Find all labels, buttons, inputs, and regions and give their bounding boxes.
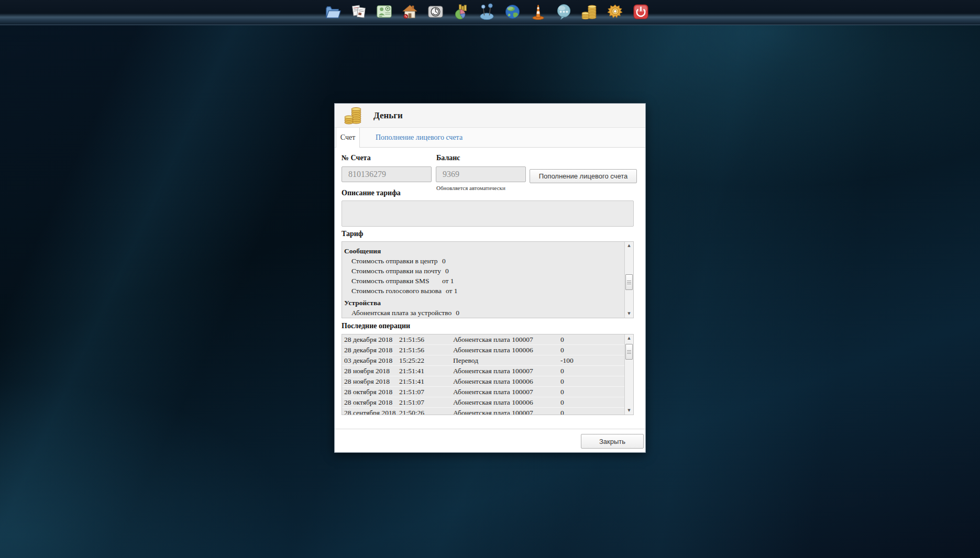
tariff-label: Тариф bbox=[342, 230, 364, 238]
messenger-bubble-icon[interactable] bbox=[555, 3, 573, 21]
operation-date: 28 октября 2018 bbox=[344, 397, 399, 407]
operation-description: Абонентская плата 100007 bbox=[453, 366, 560, 376]
contacts-icon[interactable] bbox=[375, 3, 393, 21]
tariff-row-label: Сообщения bbox=[344, 246, 435, 256]
operation-date: 28 ноября 2018 bbox=[344, 366, 399, 376]
operations-scrollbar-thumb[interactable] bbox=[625, 344, 633, 360]
tariff-scrollbar[interactable]: ▲ ▼ bbox=[624, 242, 633, 318]
tariff-row-label: Стоимость отправки SMS bbox=[351, 276, 442, 286]
money-dialog: Деньги Счет Пополнение лицевого счета № … bbox=[334, 103, 646, 453]
file-manager-icon[interactable] bbox=[324, 3, 342, 21]
tariff-rows: Сообщения Стоимость отправки в центр 0 С… bbox=[344, 246, 623, 318]
tariff-row-value: 0 bbox=[445, 266, 449, 276]
tab-bar: Счет Пополнение лицевого счета bbox=[335, 128, 645, 148]
operation-row[interactable]: 28 ноября 2018 21:51:41 Абонентская плат… bbox=[342, 366, 625, 376]
tariff-listbox[interactable]: Сообщения Стоимость отправки в центр 0 С… bbox=[342, 241, 634, 318]
tariff-row: Сообщения bbox=[344, 246, 623, 256]
tariff-row-label: Устройства bbox=[344, 298, 435, 308]
operation-row[interactable]: 28 ноября 2018 21:51:41 Абонентская плат… bbox=[342, 376, 625, 387]
operation-date: 28 декабря 2018 bbox=[344, 345, 399, 355]
operation-time: 21:51:07 bbox=[399, 397, 453, 407]
tariff-row: Стоимость голосового вызова от 1 bbox=[344, 286, 623, 296]
power-icon[interactable] bbox=[632, 3, 650, 21]
operation-description: Абонентская плата 100006 bbox=[453, 397, 560, 407]
tariff-row: Устройства bbox=[344, 298, 623, 308]
operation-date: 28 октября 2018 bbox=[344, 387, 399, 397]
operations-label: Последние операции bbox=[342, 322, 410, 330]
scroll-up-icon[interactable]: ▲ bbox=[625, 334, 633, 342]
operation-time: 21:51:56 bbox=[399, 334, 453, 344]
operation-description: Абонентская плата 100007 bbox=[453, 334, 560, 344]
money-coins-icon[interactable] bbox=[580, 3, 599, 21]
operation-row[interactable]: 28 декабря 2018 21:51:56 Абонентская пла… bbox=[342, 334, 625, 345]
tariff-row-value: от 1 bbox=[446, 286, 458, 296]
scrollbar-grip-icon bbox=[627, 352, 631, 352]
account-number-field[interactable] bbox=[342, 166, 432, 182]
balance-note: Обновляется автоматически bbox=[436, 185, 505, 191]
operation-time: 15:25:22 bbox=[399, 355, 453, 365]
close-button[interactable]: Закрыть bbox=[581, 434, 644, 449]
home-icon[interactable] bbox=[401, 3, 419, 21]
tariff-description-label: Описание тарифа bbox=[342, 189, 401, 197]
scroll-down-icon[interactable]: ▼ bbox=[625, 407, 633, 415]
operation-description: Перевод bbox=[453, 355, 560, 365]
operation-time: 21:51:07 bbox=[399, 387, 453, 397]
dialog-body: № Счета Баланс Пополнение лицевого счета… bbox=[335, 148, 645, 453]
tariff-row-value: 0 bbox=[442, 256, 446, 266]
operation-amount: 0 bbox=[560, 334, 625, 344]
dialog-title: Деньги bbox=[373, 104, 403, 128]
operation-amount: 0 bbox=[560, 345, 625, 355]
operation-date: 28 сентября 2018 bbox=[344, 408, 399, 415]
operations-listbox[interactable]: 28 декабря 2018 21:51:56 Абонентская пла… bbox=[342, 334, 634, 415]
operation-description: Абонентская плата 100006 bbox=[453, 345, 560, 355]
tariff-row: Стоимость отправки SMS от 1 bbox=[344, 276, 623, 286]
operation-amount: 0 bbox=[560, 366, 625, 376]
operation-time: 21:51:41 bbox=[399, 376, 453, 386]
operation-row[interactable]: 28 октября 2018 21:51:07 Абонентская пла… bbox=[342, 387, 625, 397]
tariff-row-value: от 1 bbox=[442, 276, 454, 286]
documents-icon[interactable] bbox=[349, 3, 368, 21]
operation-row[interactable]: 28 декабря 2018 21:51:56 Абонентская пла… bbox=[342, 345, 625, 355]
balance-field[interactable] bbox=[436, 166, 526, 182]
scrollbar-grip-icon bbox=[627, 282, 631, 283]
tariff-description-box[interactable] bbox=[342, 200, 634, 227]
operation-time: 21:50:26 bbox=[399, 408, 453, 415]
operation-amount: 0 bbox=[560, 387, 625, 397]
games-joystick-icon[interactable] bbox=[478, 3, 496, 21]
tariff-row: Стоимость отправки в центр 0 bbox=[344, 256, 623, 266]
operations-scrollbar[interactable]: ▲ ▼ bbox=[624, 334, 633, 415]
operation-time: 21:51:41 bbox=[399, 366, 453, 376]
taskbar bbox=[0, 0, 980, 25]
operation-description: Абонентская плата 100007 bbox=[453, 387, 560, 397]
tab-account[interactable]: Счет bbox=[336, 128, 360, 148]
operation-amount: 0 bbox=[560, 408, 625, 415]
backup-clock-icon[interactable] bbox=[426, 3, 445, 21]
operation-date: 03 декабря 2018 bbox=[344, 355, 399, 365]
media-player-cone-icon[interactable] bbox=[529, 3, 547, 21]
tariff-scrollbar-thumb[interactable] bbox=[625, 274, 633, 290]
statistics-chart-icon[interactable] bbox=[452, 3, 470, 21]
footer-divider bbox=[335, 429, 645, 429]
scroll-up-icon[interactable]: ▲ bbox=[625, 242, 633, 250]
tariff-row: Стоимость отправки на почту 0 bbox=[344, 266, 623, 276]
operation-amount: 0 bbox=[560, 397, 625, 407]
coins-icon bbox=[343, 106, 363, 126]
operation-description: Абонентская плата 100006 bbox=[453, 376, 560, 386]
operation-time: 21:51:56 bbox=[399, 345, 453, 355]
scroll-down-icon[interactable]: ▼ bbox=[625, 310, 633, 318]
operation-amount: -100 bbox=[560, 355, 625, 365]
tariff-row-label: Абонентская плата за устройство bbox=[351, 308, 456, 318]
operation-row[interactable]: 03 декабря 2018 15:25:22 Перевод -100 bbox=[342, 355, 625, 366]
tariff-row: Абонентская плата за устройство 0 bbox=[344, 308, 623, 318]
operation-date: 28 ноября 2018 bbox=[344, 376, 399, 386]
operation-row[interactable]: 28 октября 2018 21:51:07 Абонентская пла… bbox=[342, 397, 625, 408]
taskbar-icon-row bbox=[324, 3, 650, 21]
operation-rows: 28 декабря 2018 21:51:56 Абонентская пла… bbox=[342, 334, 625, 415]
operation-row[interactable]: 28 сентября 2018 21:50:26 Абонентская пл… bbox=[342, 408, 625, 415]
internet-globe-icon[interactable] bbox=[503, 3, 522, 21]
topup-button[interactable]: Пополнение лицевого счета bbox=[530, 169, 637, 183]
tariff-row-label: Стоимость отправки на почту bbox=[351, 266, 445, 276]
tab-topup[interactable]: Пополнение лицевого счета bbox=[376, 128, 463, 148]
settings-gear-icon[interactable] bbox=[606, 3, 624, 21]
tariff-row-value: 0 bbox=[456, 308, 459, 318]
